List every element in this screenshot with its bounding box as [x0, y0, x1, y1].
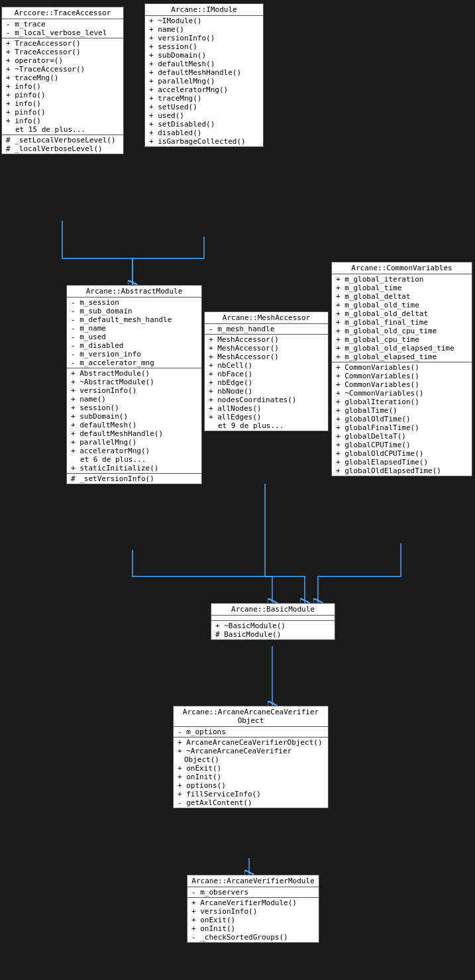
item: + MeshAccessor()	[207, 335, 325, 344]
item: - m_local_verbose_level	[5, 28, 121, 37]
item: et 6 de plus...	[70, 455, 199, 464]
box-verifiermodule-title: Arcane::ArcaneVerifierModule	[187, 875, 319, 887]
item: + onInit()	[190, 924, 316, 933]
item: + m_global_cpu_time	[335, 335, 469, 344]
box-commonvariables-private: + m_global_iteration + m_global_time + m…	[332, 274, 472, 362]
item: - m_default_mesh_handle	[70, 315, 199, 324]
item: + name()	[148, 25, 260, 34]
item: + ~TraceAccessor()	[5, 65, 121, 74]
box-meshaccessor-title: Arcane::MeshAccessor	[205, 312, 328, 324]
box-abstractmodule-private: - m_session - m_sub_domain - m_default_m…	[67, 298, 201, 368]
item: + TraceAccessor()	[5, 39, 121, 48]
item: + isGarbageCollected()	[148, 137, 260, 146]
box-verifiermodule: Arcane::ArcaneVerifierModule - m_observe…	[187, 875, 319, 943]
item: + globalOldElapsedTime()	[335, 466, 469, 475]
item: + m_global_time	[335, 284, 469, 292]
item: + info()	[5, 99, 121, 108]
item: + ~BasicModule()	[214, 622, 332, 630]
box-verifier-private: - m_options	[174, 727, 328, 737]
box-verifier-public: + ArcaneArcaneCeaVerifierObject() + ~Arc…	[174, 737, 328, 808]
item: + versionInfo()	[148, 34, 260, 42]
box-traceaccessor-public: + TraceAccessor() + TraceAccessor() + op…	[2, 38, 123, 135]
item: - m_used	[70, 333, 199, 341]
item: + disabled()	[148, 129, 260, 137]
box-imodule: Arcane::IModule + ~IModule() + name() + …	[144, 3, 264, 147]
item: + session()	[70, 404, 199, 412]
box-traceaccessor-protected: # _setLocalVerboseLevel() # _localVerbos…	[2, 135, 123, 154]
item: + traceMng()	[5, 74, 121, 82]
item: - getAxlContent()	[176, 798, 325, 807]
item: + nbFace()	[207, 370, 325, 378]
item: + pinfo()	[5, 91, 121, 99]
item: - m_accelerator_mng	[70, 358, 199, 367]
box-abstractmodule-public: + AbstractModule() + ~AbstractModule() +…	[67, 368, 201, 474]
item: + fillServiceInfo()	[176, 790, 325, 798]
box-meshaccessor: Arcane::MeshAccessor - m_mesh_handle + M…	[204, 311, 329, 431]
box-verifier-title: Arcane::ArcaneArcaneCeaVerifierObject	[174, 706, 328, 727]
box-traceaccessor: Arccore::TraceAccessor - m_trace - m_loc…	[1, 7, 124, 154]
item: + defaultMesh()	[148, 60, 260, 68]
item: + m_global_deltat	[335, 292, 469, 301]
diagram-container: Arccore::TraceAccessor - m_trace - m_loc…	[0, 0, 475, 980]
item: + MeshAccessor()	[207, 344, 325, 353]
item: + globalOldCPUTime()	[335, 449, 469, 458]
item: + m_global_final_time	[335, 318, 469, 327]
item: + CommonVariables()	[335, 363, 469, 372]
item: et 15 de plus...	[5, 125, 121, 134]
box-meshaccessor-private: - m_mesh_handle	[205, 324, 328, 335]
item: + used()	[148, 111, 260, 120]
item: - m_trace	[5, 20, 121, 28]
arrow-meshaccessor-basicmodule	[265, 484, 305, 603]
item: et 9 de plus...	[207, 421, 325, 430]
arrow-imodule-abstractmodule	[132, 237, 204, 285]
item: - m_version_info	[70, 350, 199, 358]
box-traceaccessor-private: - m_trace - m_local_verbose_level	[2, 19, 123, 38]
item: - m_options	[176, 728, 325, 736]
item: + globalTime()	[335, 406, 469, 415]
item: + defaultMeshHandle()	[70, 429, 199, 438]
item: + nbEdge()	[207, 378, 325, 387]
item: + options()	[176, 781, 325, 790]
item: + traceMng()	[148, 94, 260, 103]
item: - m_sub_domain	[70, 307, 199, 315]
item: + onExit()	[190, 916, 316, 924]
item: + globalDeltaT()	[335, 432, 469, 441]
box-commonvariables: Arcane::CommonVariables + m_global_itera…	[331, 262, 472, 476]
item: - m_mesh_handle	[207, 325, 325, 333]
item: + ~AbstractModule()	[70, 378, 199, 386]
item: + nbCell()	[207, 361, 325, 370]
item: + ~IModule()	[148, 17, 260, 25]
item: + ~ArcaneArcaneCeaVerifier	[176, 747, 325, 755]
arrow-traceaccessor-abstractmodule	[62, 221, 132, 285]
box-commonvariables-title: Arcane::CommonVariables	[332, 262, 472, 274]
box-abstractmodule-protected: # _setVersionInfo()	[67, 474, 201, 484]
item: + globalOldTime()	[335, 415, 469, 423]
box-basicmodule-title: Arcane::BasicModule	[211, 604, 335, 616]
item: + session()	[148, 42, 260, 51]
item: + nodesCoordinates()	[207, 396, 325, 404]
arrow-abstractmodule-basicmodule	[132, 550, 272, 603]
box-basicmodule: Arcane::BasicModule + ~BasicModule() # B…	[211, 603, 335, 640]
box-meshaccessor-public: + MeshAccessor() + MeshAccessor() + Mesh…	[205, 335, 328, 431]
item: + TraceAccessor()	[5, 48, 121, 56]
item: + CommonVariables()	[335, 372, 469, 380]
item: + subDomain()	[148, 51, 260, 60]
item: + parallelMng()	[70, 438, 199, 447]
item: Object()	[176, 755, 325, 764]
item: - _checkSortedGroups()	[190, 933, 316, 942]
box-commonvariables-public: + CommonVariables() + CommonVariables() …	[332, 362, 472, 476]
item: + globalIteration()	[335, 398, 469, 406]
item: + m_global_old_elapsed_time	[335, 344, 469, 353]
box-verifier: Arcane::ArcaneArcaneCeaVerifierObject - …	[173, 706, 329, 808]
item: + MeshAccessor()	[207, 353, 325, 361]
box-basicmodule-empty	[211, 616, 335, 621]
item: - m_session	[70, 298, 199, 307]
item: - m_name	[70, 324, 199, 333]
item: + allNodes()	[207, 404, 325, 413]
item: + globalFinalTime()	[335, 423, 469, 432]
item: + info()	[5, 82, 121, 91]
item: + m_global_iteration	[335, 275, 469, 284]
item: + ~CommonVariables()	[335, 389, 469, 398]
item: # _setVersionInfo()	[70, 474, 199, 483]
item: + m_global_elapsed_time	[335, 353, 469, 361]
